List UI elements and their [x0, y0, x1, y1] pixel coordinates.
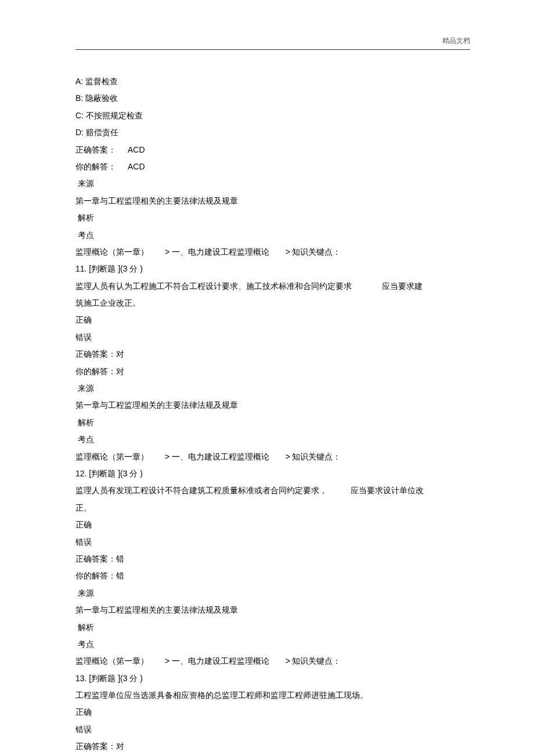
q13-body-line1: 工程监理单位应当选派具备相应资格的总监理工程师和监理工程师进驻施工现场。 — [75, 687, 470, 704]
point-part2: 一、电力建设工程监理概论 — [172, 657, 269, 665]
q12-header-text: 12. [判断题 ](3 分 ) — [75, 469, 143, 478]
q12-body-line1b: 应当要求设计单位改 — [351, 486, 424, 495]
q11-correct: 正确答案：对 — [75, 346, 470, 363]
analysis-label: 解析 — [75, 414, 470, 431]
point-part3: 知识关键点： — [292, 657, 341, 665]
option-b-letter: B: — [75, 93, 83, 103]
source-label: 来源 — [75, 175, 470, 192]
your-answer-label: 你的解答： — [75, 162, 116, 171]
point-part1: 监理概论（第一章） — [75, 453, 149, 461]
q13-correct: 正确答案：对 — [75, 738, 470, 755]
option-d-letter: D: — [75, 128, 84, 137]
your-answer-10: 你的解答：ACD — [75, 158, 470, 175]
option-c: C: 不按照规定检查 — [75, 107, 470, 124]
q12-body-line2: 正。 — [75, 500, 470, 516]
q13-option-true: 正确 — [75, 704, 470, 721]
point-part2: 一、电力建设工程监理概论 — [172, 248, 269, 256]
gt-icon: > — [165, 247, 169, 256]
your-answer-value: ACD — [128, 162, 145, 171]
q11-body-line1: 监理人员有认为工程施工不符合工程设计要求、施工技术标准和合同约定要求应当要求建 — [75, 278, 470, 295]
q11-body-line1a: 监理人员有认为工程施工不符合工程设计要求、施工技术标准和合同约定要求 — [75, 282, 352, 291]
q13-header: 13. [判断题 ](3 分 ) — [75, 670, 470, 687]
q11-option-true: 正确 — [75, 312, 470, 328]
q12-option-false: 错误 — [75, 534, 470, 551]
point-breadcrumb: 监理概论（第一章）> 一、电力建设工程监理概论> 知识关键点： — [75, 244, 470, 261]
option-c-text: 不按照规定检查 — [86, 111, 143, 120]
source-text: 第一章与工程监理相关的主要法律法规及规章 — [75, 602, 470, 618]
gt-icon: > — [286, 247, 290, 256]
point-breadcrumb: 监理概论（第一章）> 一、电力建设工程监理概论> 知识关键点： — [75, 653, 470, 670]
q13-option-false: 错误 — [75, 721, 470, 738]
analysis-label: 解析 — [75, 209, 470, 226]
point-part2: 一、电力建设工程监理概论 — [172, 453, 269, 461]
point-label: 考点 — [75, 636, 470, 653]
document-content: A: 监督检查 B: 隐蔽验收 C: 不按照规定检查 D: 赔偿责任 正确答案：… — [75, 73, 470, 756]
point-part1: 监理概论（第一章） — [75, 657, 149, 665]
analysis-label: 解析 — [75, 619, 470, 636]
option-b-text: 隐蔽验收 — [85, 94, 118, 103]
q11-header: 11. [判断题 ](3 分 ) — [75, 261, 470, 277]
q12-option-true: 正确 — [75, 516, 470, 533]
point-part3: 知识关键点： — [292, 453, 341, 461]
correct-answer-10: 正确答案：ACD — [75, 142, 470, 158]
option-d: D: 赔偿责任 — [75, 124, 470, 141]
point-part1: 监理概论（第一章） — [75, 248, 149, 256]
q12-correct: 正确答案：错 — [75, 551, 470, 567]
q13-header-text: 13. [判断题 ](3 分 ) — [75, 674, 143, 683]
point-breadcrumb: 监理概论（第一章）> 一、电力建设工程监理概论> 知识关键点： — [75, 448, 470, 465]
point-label: 考点 — [75, 431, 470, 448]
correct-answer-value: ACD — [128, 145, 145, 154]
option-c-letter: C: — [75, 111, 84, 120]
source-label: 来源 — [75, 585, 470, 602]
q11-body-line1b: 应当要求建 — [382, 282, 423, 291]
gt-icon: > — [165, 452, 169, 461]
gt-icon: > — [286, 656, 290, 665]
header-watermark: 精品文档 — [442, 36, 470, 46]
option-a-text: 监督检查 — [85, 77, 118, 86]
option-d-text: 赔偿责任 — [86, 128, 118, 137]
q12-your: 你的解答：错 — [75, 567, 470, 584]
q11-your: 你的解答：对 — [75, 363, 470, 380]
source-text: 第一章与工程监理相关的主要法律法规及规章 — [75, 193, 470, 209]
option-a: A: 监督检查 — [75, 73, 470, 90]
q11-body-line2: 筑施工企业改正。 — [75, 295, 470, 312]
gt-icon: > — [165, 656, 169, 665]
header-rule — [75, 49, 470, 50]
source-text: 第一章与工程监理相关的主要法律法规及规章 — [75, 397, 470, 414]
q11-option-false: 错误 — [75, 329, 470, 346]
q11-header-text: 11. [判断题 ](3 分 ) — [75, 264, 143, 273]
correct-answer-label: 正确答案： — [75, 146, 116, 154]
source-label: 来源 — [75, 380, 470, 397]
gt-icon: > — [286, 452, 290, 461]
q12-body-line1: 监理人员有发现工程设计不符合建筑工程质量标准或者合同约定要求，应当要求设计单位改 — [75, 482, 470, 499]
document-page: 精品文档 A: 监督检查 B: 隐蔽验收 C: 不按照规定检查 D: 赔偿责任 … — [0, 0, 534, 756]
option-b: B: 隐蔽验收 — [75, 90, 470, 107]
q12-header: 12. [判断题 ](3 分 ) — [75, 465, 470, 482]
point-part3: 知识关键点： — [292, 248, 341, 256]
point-label: 考点 — [75, 227, 470, 244]
q12-body-line1a: 监理人员有发现工程设计不符合建筑工程质量标准或者合同约定要求， — [75, 486, 327, 495]
option-a-letter: A: — [75, 77, 83, 86]
